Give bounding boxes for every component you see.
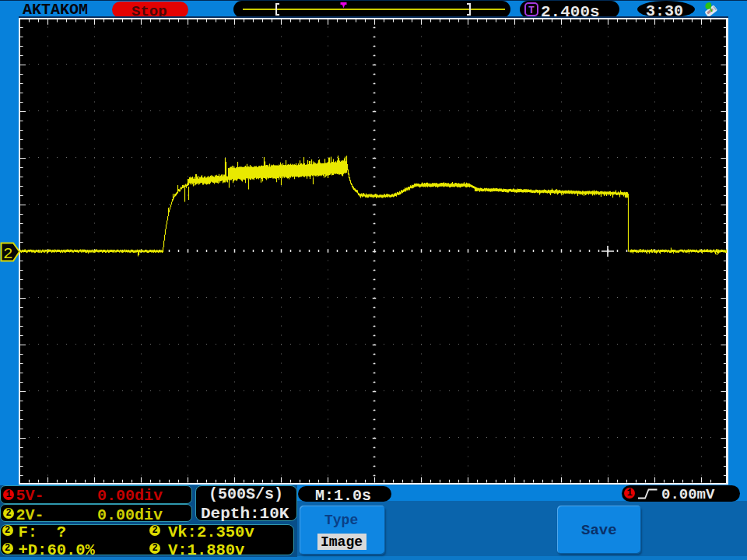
svg-text:2: 2	[3, 245, 13, 263]
